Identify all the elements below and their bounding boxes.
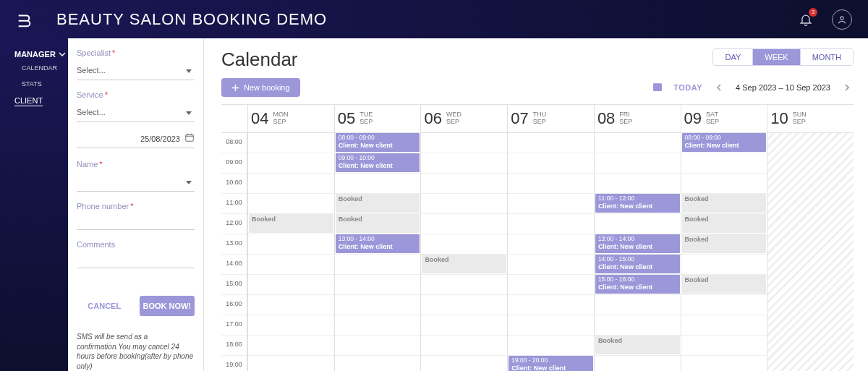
day-header-cell: 05TUESEP (334, 105, 421, 132)
plus-icon (231, 84, 239, 92)
event-time: 08:00 - 09:00 (685, 135, 764, 142)
hour-label: 18:00 (221, 336, 247, 355)
specialist-label: Specialist* (77, 48, 195, 57)
event-label: Booked (252, 216, 331, 223)
client-booking-event[interactable]: 19:00 - 20:00Client: New client (509, 356, 593, 371)
hour-label: 14:00 (221, 255, 247, 274)
form-footnote: SMS will be send as a confirmation.You m… (77, 332, 195, 371)
client-booking-event[interactable]: 11:00 - 12:00Client: New client (595, 194, 680, 213)
hour-label: 13:00 (221, 234, 247, 254)
calendar-icon[interactable] (652, 81, 663, 94)
booked-slot[interactable]: Booked (682, 194, 767, 213)
today-button[interactable]: TODAY (673, 83, 702, 92)
event-time: 14:00 - 15:00 (598, 256, 677, 263)
event-time: 13:00 - 14:00 (598, 236, 677, 243)
booked-slot[interactable]: Booked (336, 194, 420, 213)
client-booking-event[interactable]: 13:00 - 14:00Client: New client (336, 234, 420, 253)
hour-label: 12:00 (221, 214, 247, 234)
event-label: Booked (425, 256, 503, 263)
day-column[interactable]: Booked (247, 133, 334, 371)
specialist-select[interactable]: Select... (77, 60, 195, 80)
hour-label: 15:00 (221, 275, 247, 294)
phone-input[interactable] (77, 213, 195, 230)
hour-label: 11:00 (221, 194, 247, 213)
event-label: Booked (685, 236, 764, 243)
day-month: SEP (793, 119, 807, 126)
day-header-cell: 09SATSEP (681, 105, 767, 132)
day-month: SEP (533, 119, 547, 126)
day-column[interactable]: 19:00 - 20:00Client: New client (507, 133, 594, 371)
logo-icon (16, 12, 32, 27)
cancel-button[interactable]: CANCEL (77, 296, 132, 316)
event-label: Client: New client (598, 283, 677, 291)
svg-rect-1 (186, 135, 194, 141)
booked-slot[interactable]: Booked (682, 234, 767, 253)
client-booking-event[interactable]: 15:00 - 16:00Client: New client (595, 275, 680, 294)
client-booking-event[interactable]: 13:00 - 14:00Client: New client (595, 234, 680, 253)
prev-week-button[interactable] (712, 82, 726, 93)
day-header-cell: 10SUNSEP (767, 105, 854, 132)
calendar-title: Calendar (221, 48, 298, 71)
client-booking-event[interactable]: 14:00 - 15:00Client: New client (595, 255, 680, 273)
day-number: 04 (251, 109, 268, 128)
client-booking-event[interactable]: 09:00 - 10:00Client: New client (336, 153, 420, 172)
calendar-grid-body[interactable]: 08:0009:0010:0011:0012:0013:0014:0015:00… (221, 133, 854, 371)
event-label: Booked (685, 216, 764, 223)
notification-badge: 3 (809, 8, 817, 17)
name-label: Name* (77, 160, 195, 169)
event-time: 15:00 - 16:00 (598, 276, 677, 283)
view-day-button[interactable]: DAY (713, 49, 752, 65)
booked-slot[interactable]: Booked (595, 336, 680, 354)
event-time: 11:00 - 12:00 (598, 195, 677, 202)
calendar-picker-icon[interactable] (184, 132, 195, 145)
view-week-button[interactable]: WEEK (752, 49, 799, 65)
booked-slot[interactable]: Booked (422, 255, 506, 273)
hour-label: 08:00 (221, 133, 247, 153)
event-label: Client: New client (339, 162, 417, 169)
day-column[interactable]: 08:00 - 09:00Client: New clientBookedBoo… (681, 133, 767, 371)
day-column[interactable]: 11:00 - 12:00Client: New client13:00 - 1… (594, 133, 681, 371)
day-header-cell: 06WEDSEP (420, 105, 507, 132)
hour-label: 19:00 (221, 356, 247, 371)
day-number: 07 (511, 109, 528, 128)
event-label: Client: New client (339, 243, 417, 250)
sidebar-item-client[interactable]: CLIENT (0, 92, 68, 109)
event-label: Booked (685, 195, 764, 202)
event-label: Client: New client (598, 243, 677, 250)
booked-slot[interactable]: Booked (336, 214, 420, 233)
notifications-button[interactable]: 3 (796, 9, 816, 30)
client-booking-event[interactable]: 08:00 - 09:00Client: New client (336, 133, 420, 152)
user-avatar-button[interactable] (832, 9, 852, 30)
sidebar-item-calendar[interactable]: CALENDAR (0, 60, 68, 76)
new-booking-button[interactable]: New booking (221, 78, 300, 97)
header-bar: BEAUTY SALON BOOKING DEMO 3 (0, 0, 868, 38)
day-column[interactable]: Booked (420, 133, 507, 371)
date-input[interactable] (77, 135, 180, 143)
day-column[interactable] (767, 133, 854, 371)
name-select[interactable] (77, 171, 195, 192)
booked-slot[interactable]: Booked (249, 214, 333, 233)
event-time: 19:00 - 20:00 (511, 357, 590, 364)
day-column[interactable]: 08:00 - 09:00Client: New client09:00 - 1… (334, 133, 421, 371)
booked-slot[interactable]: Booked (682, 214, 767, 233)
date-range-text: 4 Sep 2023 – 10 Sep 2023 (736, 83, 830, 92)
sidebar-group-label: MANAGER (14, 50, 56, 59)
view-month-button[interactable]: MONTH (800, 49, 853, 65)
day-month: SEP (359, 119, 373, 126)
hour-label: 09:00 (221, 153, 247, 173)
sidebar-group-manager[interactable]: MANAGER (0, 48, 68, 60)
book-now-button[interactable]: BOOK NOW! (140, 296, 195, 316)
service-select[interactable]: Select... (77, 102, 195, 122)
comments-input[interactable] (77, 252, 195, 268)
sidebar-item-stats[interactable]: STATS (0, 76, 68, 92)
svg-point-0 (841, 16, 843, 19)
client-booking-event[interactable]: 08:00 - 09:00Client: New client (682, 133, 767, 152)
day-number: 08 (597, 109, 615, 128)
service-label: Service* (77, 90, 195, 99)
day-month: SEP (619, 119, 632, 126)
next-week-button[interactable] (841, 82, 854, 93)
booked-slot[interactable]: Booked (682, 275, 767, 294)
event-label: Booked (339, 216, 417, 223)
svg-rect-2 (653, 83, 662, 91)
day-header-cell: 04MONSEP (247, 105, 334, 132)
